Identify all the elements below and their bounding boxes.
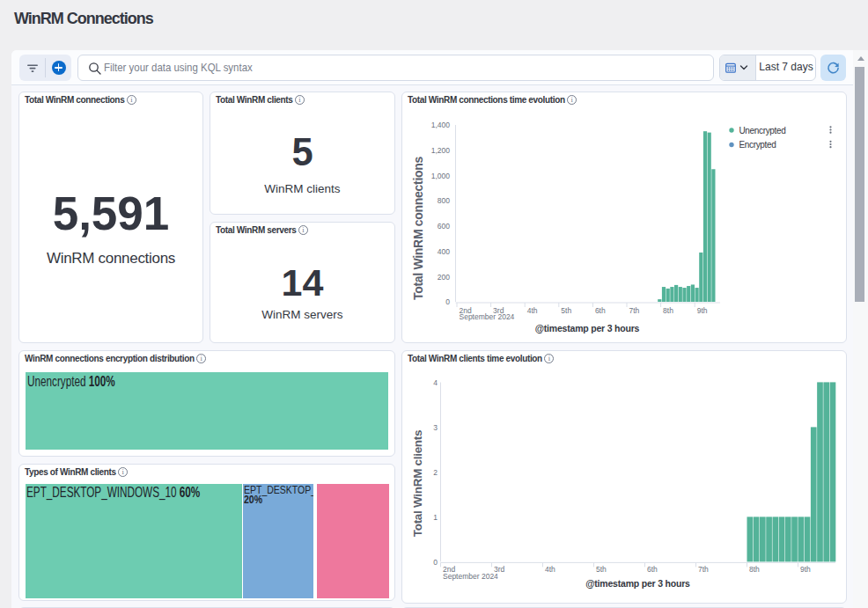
svg-text:4th: 4th bbox=[545, 565, 555, 574]
svg-text:Unencrypted: Unencrypted bbox=[739, 126, 786, 136]
svg-text:8th: 8th bbox=[663, 306, 673, 315]
svg-text:7th: 7th bbox=[629, 306, 640, 315]
svg-text:2: 2 bbox=[433, 468, 438, 477]
svg-text:Encrypted: Encrypted bbox=[739, 140, 776, 150]
svg-text:Total WinRM clients: Total WinRM clients bbox=[411, 430, 424, 537]
svg-text:4th: 4th bbox=[527, 306, 538, 315]
svg-text:September 2024: September 2024 bbox=[460, 312, 515, 321]
svg-text:1,000: 1,000 bbox=[431, 172, 451, 180]
svg-text:1: 1 bbox=[433, 513, 438, 522]
svg-text:September 2024: September 2024 bbox=[443, 572, 498, 581]
svg-text:4: 4 bbox=[433, 378, 438, 387]
svg-text:0: 0 bbox=[445, 297, 450, 306]
svg-text:6th: 6th bbox=[595, 306, 606, 315]
svg-text:200: 200 bbox=[438, 273, 450, 282]
svg-text:7th: 7th bbox=[698, 565, 709, 574]
svg-text:800: 800 bbox=[438, 196, 450, 205]
svg-text:@timestamp per 3 hours: @timestamp per 3 hours bbox=[535, 323, 640, 333]
svg-text:3: 3 bbox=[433, 423, 438, 432]
svg-text:6th: 6th bbox=[647, 565, 658, 574]
svg-text:9th: 9th bbox=[697, 306, 708, 315]
svg-text:@timestamp per 3 hours: @timestamp per 3 hours bbox=[585, 578, 690, 589]
svg-text:600: 600 bbox=[438, 222, 450, 231]
svg-text:0: 0 bbox=[433, 558, 438, 567]
svg-text:9th: 9th bbox=[800, 565, 811, 574]
svg-text:5th: 5th bbox=[596, 565, 607, 574]
svg-text:1,200: 1,200 bbox=[431, 146, 451, 155]
svg-text:1,400: 1,400 bbox=[431, 121, 451, 129]
svg-text:8th: 8th bbox=[749, 565, 760, 574]
svg-text:Total WinRM connections: Total WinRM connections bbox=[411, 156, 425, 300]
svg-text:400: 400 bbox=[438, 247, 450, 256]
svg-text:5th: 5th bbox=[561, 306, 571, 315]
